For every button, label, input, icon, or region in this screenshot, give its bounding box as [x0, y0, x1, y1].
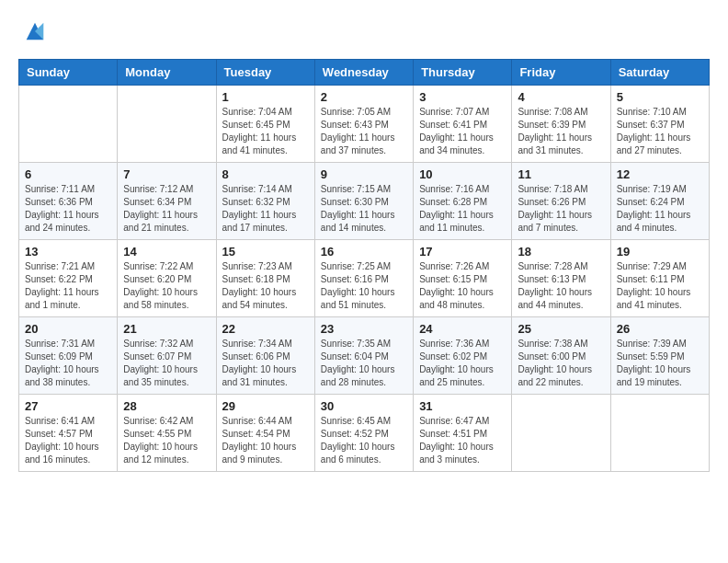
calendar-cell: 12Sunrise: 7:19 AM Sunset: 6:24 PM Dayli…	[610, 163, 709, 240]
day-number: 16	[321, 245, 407, 259]
weekday-header-wednesday: Wednesday	[314, 60, 413, 86]
weekday-header-sunday: Sunday	[19, 60, 118, 86]
weekday-header-row: SundayMondayTuesdayWednesdayThursdayFrid…	[19, 60, 710, 86]
day-info: Sunrise: 7:22 AM Sunset: 6:20 PM Dayligh…	[123, 260, 210, 312]
day-info: Sunrise: 7:34 AM Sunset: 6:06 PM Dayligh…	[222, 338, 309, 389]
calendar-cell: 29Sunrise: 6:44 AM Sunset: 4:54 PM Dayli…	[216, 395, 314, 472]
calendar-cell: 1Sunrise: 7:04 AM Sunset: 6:45 PM Daylig…	[216, 86, 314, 163]
calendar-cell	[118, 86, 216, 163]
calendar-cell: 16Sunrise: 7:25 AM Sunset: 6:16 PM Dayli…	[314, 240, 413, 317]
calendar-cell: 11Sunrise: 7:18 AM Sunset: 6:26 PM Dayli…	[512, 163, 610, 240]
calendar-cell: 24Sunrise: 7:36 AM Sunset: 6:02 PM Dayli…	[414, 317, 512, 395]
day-number: 15	[222, 245, 309, 259]
day-number: 17	[419, 245, 506, 259]
day-info: Sunrise: 7:15 AM Sunset: 6:30 PM Dayligh…	[321, 183, 407, 235]
day-number: 13	[25, 245, 111, 259]
weekday-header-friday: Friday	[512, 60, 610, 86]
day-info: Sunrise: 7:39 AM Sunset: 5:59 PM Dayligh…	[617, 338, 703, 389]
day-info: Sunrise: 7:38 AM Sunset: 6:00 PM Dayligh…	[518, 338, 604, 389]
day-number: 28	[123, 399, 210, 413]
day-number: 10	[419, 167, 506, 181]
week-row-3: 13Sunrise: 7:21 AM Sunset: 6:22 PM Dayli…	[19, 240, 710, 317]
calendar-cell: 5Sunrise: 7:10 AM Sunset: 6:37 PM Daylig…	[610, 86, 709, 163]
calendar-cell: 21Sunrise: 7:32 AM Sunset: 6:07 PM Dayli…	[118, 317, 216, 395]
calendar-cell: 10Sunrise: 7:16 AM Sunset: 6:28 PM Dayli…	[414, 163, 512, 240]
day-number: 26	[617, 322, 703, 336]
calendar-cell	[610, 395, 709, 472]
week-row-2: 6Sunrise: 7:11 AM Sunset: 6:36 PM Daylig…	[19, 163, 710, 240]
day-info: Sunrise: 7:29 AM Sunset: 6:11 PM Dayligh…	[617, 260, 703, 312]
calendar-cell	[19, 86, 118, 163]
calendar-cell	[512, 395, 610, 472]
day-number: 18	[518, 245, 604, 259]
calendar-cell: 20Sunrise: 7:31 AM Sunset: 6:09 PM Dayli…	[19, 317, 118, 395]
day-number: 7	[123, 167, 210, 181]
day-info: Sunrise: 6:41 AM Sunset: 4:57 PM Dayligh…	[25, 415, 111, 466]
day-info: Sunrise: 7:18 AM Sunset: 6:26 PM Dayligh…	[518, 183, 604, 235]
day-number: 9	[321, 167, 407, 181]
calendar-cell: 15Sunrise: 7:23 AM Sunset: 6:18 PM Dayli…	[216, 240, 314, 317]
day-info: Sunrise: 6:42 AM Sunset: 4:55 PM Dayligh…	[123, 415, 210, 466]
calendar-cell: 17Sunrise: 7:26 AM Sunset: 6:15 PM Dayli…	[414, 240, 512, 317]
day-info: Sunrise: 7:16 AM Sunset: 6:28 PM Dayligh…	[419, 183, 506, 235]
day-info: Sunrise: 7:14 AM Sunset: 6:32 PM Dayligh…	[222, 183, 309, 235]
day-info: Sunrise: 7:07 AM Sunset: 6:41 PM Dayligh…	[419, 106, 506, 157]
calendar-cell: 9Sunrise: 7:15 AM Sunset: 6:30 PM Daylig…	[314, 163, 413, 240]
weekday-header-tuesday: Tuesday	[216, 60, 314, 86]
day-number: 24	[419, 322, 506, 336]
day-number: 19	[617, 245, 703, 259]
day-info: Sunrise: 7:35 AM Sunset: 6:04 PM Dayligh…	[321, 338, 407, 389]
day-number: 2	[321, 90, 407, 104]
weekday-header-saturday: Saturday	[610, 60, 709, 86]
day-info: Sunrise: 6:47 AM Sunset: 4:51 PM Dayligh…	[419, 415, 506, 466]
day-info: Sunrise: 7:36 AM Sunset: 6:02 PM Dayligh…	[419, 338, 506, 389]
day-info: Sunrise: 7:19 AM Sunset: 6:24 PM Dayligh…	[617, 183, 703, 235]
day-info: Sunrise: 7:04 AM Sunset: 6:45 PM Dayligh…	[222, 106, 309, 157]
calendar-cell: 18Sunrise: 7:28 AM Sunset: 6:13 PM Dayli…	[512, 240, 610, 317]
day-number: 22	[222, 322, 309, 336]
calendar-cell: 3Sunrise: 7:07 AM Sunset: 6:41 PM Daylig…	[414, 86, 512, 163]
day-number: 11	[518, 167, 604, 181]
weekday-header-monday: Monday	[118, 60, 216, 86]
calendar-cell: 7Sunrise: 7:12 AM Sunset: 6:34 PM Daylig…	[118, 163, 216, 240]
calendar-cell: 22Sunrise: 7:34 AM Sunset: 6:06 PM Dayli…	[216, 317, 314, 395]
calendar-cell: 28Sunrise: 6:42 AM Sunset: 4:55 PM Dayli…	[118, 395, 216, 472]
day-number: 23	[321, 322, 407, 336]
calendar-cell: 27Sunrise: 6:41 AM Sunset: 4:57 PM Dayli…	[19, 395, 118, 472]
day-info: Sunrise: 7:12 AM Sunset: 6:34 PM Dayligh…	[123, 183, 210, 235]
day-info: Sunrise: 6:45 AM Sunset: 4:52 PM Dayligh…	[321, 415, 407, 466]
calendar-cell: 14Sunrise: 7:22 AM Sunset: 6:20 PM Dayli…	[118, 240, 216, 317]
day-number: 21	[123, 322, 210, 336]
day-info: Sunrise: 7:08 AM Sunset: 6:39 PM Dayligh…	[518, 106, 604, 157]
calendar-cell: 8Sunrise: 7:14 AM Sunset: 6:32 PM Daylig…	[216, 163, 314, 240]
day-number: 8	[222, 167, 309, 181]
calendar-cell: 25Sunrise: 7:38 AM Sunset: 6:00 PM Dayli…	[512, 317, 610, 395]
calendar-table: SundayMondayTuesdayWednesdayThursdayFrid…	[18, 59, 710, 472]
calendar-cell: 19Sunrise: 7:29 AM Sunset: 6:11 PM Dayli…	[610, 240, 709, 317]
day-info: Sunrise: 7:32 AM Sunset: 6:07 PM Dayligh…	[123, 338, 210, 389]
day-number: 3	[419, 90, 506, 104]
day-number: 14	[123, 245, 210, 259]
day-info: Sunrise: 7:26 AM Sunset: 6:15 PM Dayligh…	[419, 260, 506, 312]
day-info: Sunrise: 7:25 AM Sunset: 6:16 PM Dayligh…	[321, 260, 407, 312]
day-info: Sunrise: 7:31 AM Sunset: 6:09 PM Dayligh…	[25, 338, 111, 389]
day-info: Sunrise: 7:23 AM Sunset: 6:18 PM Dayligh…	[222, 260, 309, 312]
day-number: 6	[25, 167, 111, 181]
day-info: Sunrise: 7:10 AM Sunset: 6:37 PM Dayligh…	[617, 106, 703, 157]
day-number: 12	[617, 167, 703, 181]
day-info: Sunrise: 7:05 AM Sunset: 6:43 PM Dayligh…	[321, 106, 407, 157]
day-info: Sunrise: 7:28 AM Sunset: 6:13 PM Dayligh…	[518, 260, 604, 312]
calendar-cell: 31Sunrise: 6:47 AM Sunset: 4:51 PM Dayli…	[414, 395, 512, 472]
week-row-5: 27Sunrise: 6:41 AM Sunset: 4:57 PM Dayli…	[19, 395, 710, 472]
day-number: 27	[25, 399, 111, 413]
day-number: 5	[617, 90, 703, 104]
day-info: Sunrise: 6:44 AM Sunset: 4:54 PM Dayligh…	[222, 415, 309, 466]
day-number: 1	[222, 90, 309, 104]
calendar-cell: 6Sunrise: 7:11 AM Sunset: 6:36 PM Daylig…	[19, 163, 118, 240]
calendar-cell: 26Sunrise: 7:39 AM Sunset: 5:59 PM Dayli…	[610, 317, 709, 395]
day-info: Sunrise: 7:11 AM Sunset: 6:36 PM Dayligh…	[25, 183, 111, 235]
day-number: 25	[518, 322, 604, 336]
day-number: 31	[419, 399, 506, 413]
week-row-4: 20Sunrise: 7:31 AM Sunset: 6:09 PM Dayli…	[19, 317, 710, 395]
calendar-cell: 30Sunrise: 6:45 AM Sunset: 4:52 PM Dayli…	[314, 395, 413, 472]
